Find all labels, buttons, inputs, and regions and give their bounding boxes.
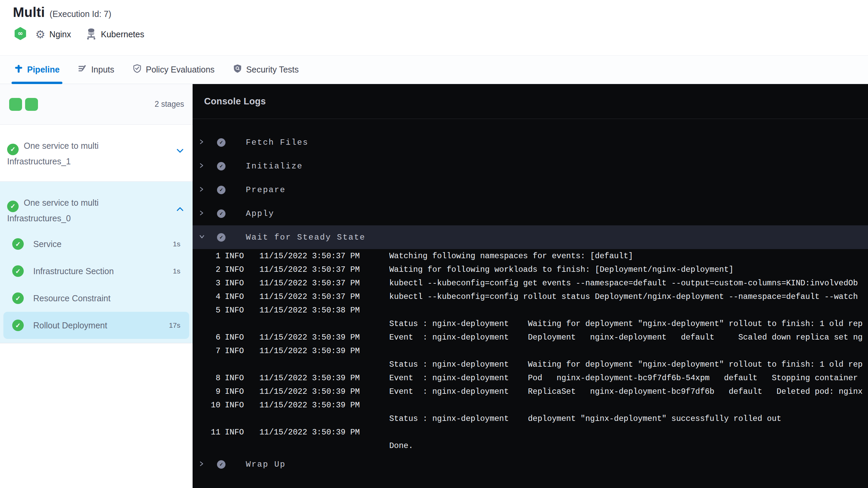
- log-line: 4INFO11/15/2022 3:50:37 PMkubectl --kube…: [193, 290, 868, 303]
- step-success-check-icon: ✓: [217, 186, 225, 194]
- log-line: Status : nginx-deployment Waiting for de…: [193, 358, 868, 371]
- console-step-wait-for-steady-state[interactable]: ✓ Wait for Steady State: [193, 225, 868, 249]
- log-line: Done.: [193, 439, 868, 452]
- stage-title: ✓One service to multi Infrastructures_0: [7, 197, 153, 224]
- console-logs-title: Console Logs: [204, 96, 266, 107]
- stage-summary-bar: 2 stages: [0, 84, 193, 125]
- stage-title: ✓One service to multi Infrastructures_1: [7, 140, 153, 167]
- step-item-service[interactable]: ✓ Service 1s: [0, 230, 193, 258]
- console-step-prepare[interactable]: ✓ Prepare: [193, 178, 868, 202]
- chevron-up-icon[interactable]: [176, 207, 184, 213]
- tab-label: Pipeline: [27, 65, 60, 75]
- stage-item-infrastructures-1[interactable]: ✓One service to multi Infrastructures_1: [0, 125, 193, 182]
- console-step-label: Fetch Files: [246, 138, 309, 147]
- step-success-check-icon: ✓: [217, 209, 225, 218]
- success-check-icon: ✓: [12, 265, 24, 277]
- chevron-right-icon[interactable]: [199, 461, 204, 468]
- chevron-down-icon[interactable]: [199, 234, 204, 241]
- stage-count-label: 2 stages: [155, 100, 184, 109]
- tab-label: Inputs: [91, 65, 114, 75]
- step-success-check-icon: ✓: [217, 233, 225, 242]
- console-step-label: Wait for Steady State: [246, 233, 366, 242]
- security-shield-scan-icon: [233, 64, 242, 76]
- step-label: Infrastructure Section: [33, 266, 114, 276]
- stage-item-infrastructures-0[interactable]: ✓One service to multi Infrastructures_0 …: [0, 182, 193, 343]
- step-item-resource-constraint[interactable]: ✓ Resource Constraint: [0, 285, 193, 312]
- execution-tabbar: Pipeline Inputs Policy Evaluations: [0, 55, 868, 84]
- success-check-icon: ✓: [12, 320, 24, 331]
- console-step-wrap-up[interactable]: ✓ Wrap Up: [193, 452, 868, 476]
- stage-status-squares: [9, 98, 38, 111]
- log-output: 1INFO11/15/2022 3:50:37 PMWatching follo…: [193, 249, 868, 452]
- success-check-icon: ✓: [12, 292, 24, 304]
- step-success-check-icon: ✓: [217, 460, 225, 469]
- step-item-infrastructure-section[interactable]: ✓ Infrastructure Section 1s: [0, 258, 193, 285]
- log-line: 5INFO11/15/2022 3:50:38 PM: [193, 303, 868, 317]
- harness-cd-icon: ∞: [14, 27, 26, 41]
- console-step-fetch-files[interactable]: ✓ Fetch Files: [193, 130, 868, 154]
- inputs-icon: [78, 64, 87, 75]
- log-line: Status : nginx-deployment deployment "ng…: [193, 412, 868, 425]
- tab-security-tests[interactable]: Security Tests: [231, 56, 301, 84]
- execution-title-row: Multi (Execution Id: 7): [13, 5, 111, 20]
- step-item-rollout-deployment[interactable]: ✓ Rollout Deployment 17s: [3, 312, 189, 339]
- page-title: Multi: [13, 5, 45, 20]
- log-line: 1INFO11/15/2022 3:50:37 PMWatching follo…: [193, 249, 868, 263]
- chevron-right-icon[interactable]: [199, 139, 204, 146]
- console-step-initialize[interactable]: ✓ Initialize: [193, 154, 868, 178]
- console-step-label: Prepare: [246, 185, 286, 195]
- log-line: 11INFO11/15/2022 3:50:39 PM: [193, 425, 868, 439]
- stage-success-square: [9, 98, 22, 111]
- log-line: 7INFO11/15/2022 3:50:39 PM: [193, 344, 868, 358]
- log-line: 9INFO11/15/2022 3:50:39 PMEvent : nginx-…: [193, 385, 868, 398]
- log-line: Status : nginx-deployment Waiting for de…: [193, 317, 868, 330]
- service-infra-row: ∞ ⚙ Nginx Kubernetes: [14, 27, 144, 41]
- step-success-check-icon: ✓: [217, 162, 225, 170]
- execution-header: Multi (Execution Id: 7) ∞ ⚙ Nginx: [0, 0, 868, 55]
- svg-text:∞: ∞: [18, 29, 23, 37]
- success-check-icon: ✓: [7, 144, 19, 155]
- log-line: 10INFO11/15/2022 3:50:39 PM: [193, 398, 868, 412]
- chevron-right-icon[interactable]: [199, 163, 204, 170]
- stages-sidebar: 2 stages ✓One service to multi Infrastru…: [0, 84, 193, 488]
- step-duration: 17s: [169, 321, 180, 329]
- tab-label: Policy Evaluations: [146, 65, 215, 75]
- tab-label: Security Tests: [246, 65, 299, 75]
- console-logs-panel: Console Logs ✓ Fetch Files ✓ Initialize …: [193, 84, 868, 488]
- chevron-down-icon[interactable]: [176, 148, 184, 155]
- step-label: Resource Constraint: [33, 293, 111, 303]
- pipeline-execution-screen: Multi (Execution Id: 7) ∞ ⚙ Nginx: [0, 0, 868, 488]
- console-step-apply[interactable]: ✓ Apply: [193, 202, 868, 225]
- tab-inputs[interactable]: Inputs: [76, 56, 116, 84]
- step-label: Rollout Deployment: [33, 321, 107, 330]
- log-line: 8INFO11/15/2022 3:50:39 PMEvent : nginx-…: [193, 371, 868, 385]
- log-line: 2INFO11/15/2022 3:50:37 PMWaiting for fo…: [193, 263, 868, 276]
- step-success-check-icon: ✓: [217, 138, 225, 147]
- tab-policy-evaluations[interactable]: Policy Evaluations: [131, 56, 217, 84]
- infrastructure-icon: [85, 27, 97, 41]
- chevron-right-icon[interactable]: [199, 210, 204, 217]
- step-duration: 1s: [173, 267, 180, 275]
- stage-success-square: [25, 98, 38, 111]
- step-duration: 1s: [173, 240, 180, 248]
- execution-id-label: (Execution Id: 7): [50, 9, 111, 19]
- log-line: 3INFO11/15/2022 3:50:37 PMkubectl --kube…: [193, 276, 868, 290]
- chevron-right-icon[interactable]: [199, 186, 204, 194]
- service-name: Nginx: [50, 29, 71, 39]
- console-step-label: Initialize: [246, 162, 303, 171]
- active-tab-underline: [12, 82, 62, 84]
- policy-shield-check-icon: [133, 64, 142, 76]
- tab-pipeline[interactable]: Pipeline: [12, 56, 62, 84]
- infrastructure-name: Kubernetes: [101, 29, 144, 39]
- console-step-label: Wrap Up: [246, 460, 286, 469]
- service-gear-icon: ⚙: [35, 29, 45, 40]
- step-label: Service: [33, 239, 61, 249]
- success-check-icon: ✓: [7, 201, 19, 212]
- console-header-divider: [193, 119, 868, 119]
- pipeline-icon: [14, 64, 23, 75]
- console-step-label: Apply: [246, 209, 274, 218]
- success-check-icon: ✓: [12, 238, 24, 250]
- log-line: 6INFO11/15/2022 3:50:39 PMEvent : nginx-…: [193, 330, 868, 344]
